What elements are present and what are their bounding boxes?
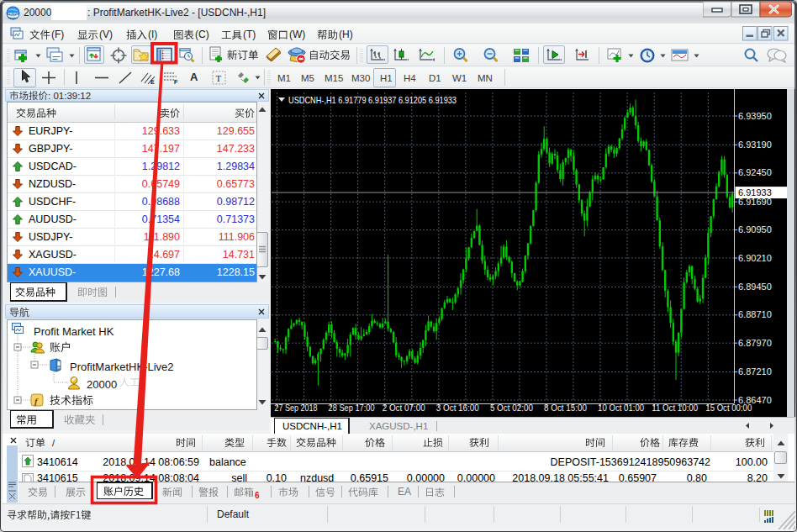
svg-text:6.87210: 6.87210 bbox=[738, 366, 772, 377]
svg-text:T: T bbox=[216, 73, 222, 83]
svg-text:F: F bbox=[174, 79, 178, 85]
svg-text:6.92450: 6.92450 bbox=[738, 167, 772, 177]
svg-text:6.90210: 6.90210 bbox=[738, 253, 772, 263]
svg-text:8 Oct 15:00: 8 Oct 15:00 bbox=[544, 403, 587, 413]
svg-text:27 Sep 2018: 27 Sep 2018 bbox=[275, 403, 318, 413]
svg-text:28 Sep 17:00: 28 Sep 17:00 bbox=[329, 403, 375, 413]
svg-text:6.90950: 6.90950 bbox=[738, 224, 772, 234]
svg-text:2 Oct 07:00: 2 Oct 07:00 bbox=[383, 403, 425, 413]
svg-text:11 Oct 10:00: 11 Oct 10:00 bbox=[652, 403, 698, 413]
svg-text:6.93190: 6.93190 bbox=[738, 140, 772, 150]
svg-text:6.93950: 6.93950 bbox=[738, 111, 772, 121]
svg-text:15 Oct 00:00: 15 Oct 00:00 bbox=[705, 403, 752, 413]
svg-text:5 Oct 02:00: 5 Oct 02:00 bbox=[490, 403, 533, 413]
svg-text:10 Oct 01:00: 10 Oct 01:00 bbox=[598, 403, 644, 413]
svg-text:6.89450: 6.89450 bbox=[738, 282, 772, 292]
svg-text:E: E bbox=[150, 79, 155, 85]
svg-text:USDCNH-,H1 6.91779 6.91937 6.: USDCNH-,H1 6.91779 6.91937 6.91205 6.919… bbox=[288, 95, 457, 105]
svg-text:6.91933: 6.91933 bbox=[738, 187, 772, 198]
svg-text:3 Oct 16:00: 3 Oct 16:00 bbox=[436, 403, 479, 413]
svg-text:PROFIT: PROFIT bbox=[8, 13, 18, 16]
svg-text:6.87970: 6.87970 bbox=[738, 338, 772, 348]
svg-text:6.88710: 6.88710 bbox=[738, 309, 772, 319]
